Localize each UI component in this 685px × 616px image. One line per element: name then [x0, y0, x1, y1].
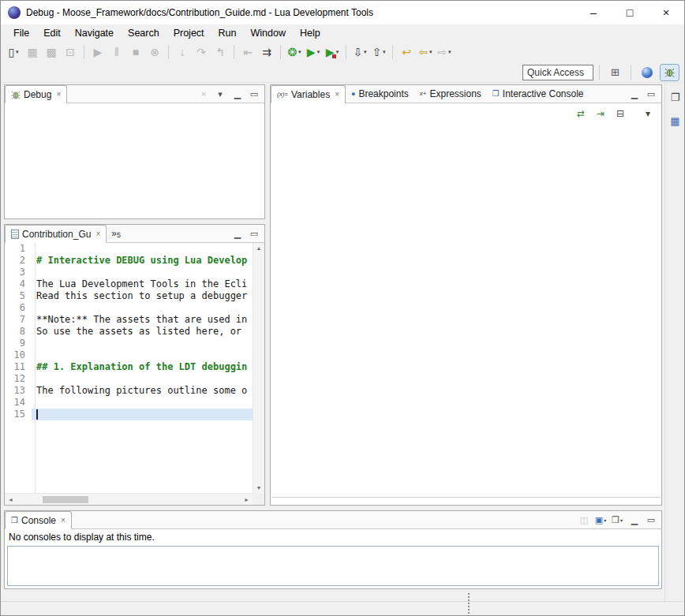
menu-item[interactable]: Navigate [68, 25, 121, 41]
tab-debug[interactable]: Debug × [5, 85, 67, 103]
restore-minimized-view-button-1[interactable]: ❐ [668, 89, 683, 105]
quick-access-input[interactable] [522, 65, 593, 80]
window-maximize-button[interactable]: □ [612, 1, 648, 24]
maximize-view-button[interactable]: ▭ [247, 87, 261, 101]
editor-line[interactable]: 8 So use the assets as listed here, or [5, 326, 253, 338]
tab-interactive-console[interactable]: ❒ Interactive Console [487, 85, 590, 103]
editor-line[interactable]: 14 [5, 397, 253, 409]
disconnect-button[interactable]: ⊗ ▾ [146, 43, 163, 61]
close-tab-icon[interactable]: × [95, 230, 100, 238]
close-tab-icon[interactable]: × [61, 516, 66, 525]
open-console-button[interactable]: ❒ ▾ [610, 513, 624, 527]
next-annotation-button[interactable]: ⇩ ▾ [351, 43, 369, 61]
scroll-down-icon[interactable]: ▼ [256, 485, 262, 491]
save-button[interactable]: ▦ ▾ [24, 43, 41, 61]
remove-all-terminated-button[interactable]: × ▾ [197, 87, 211, 101]
scroll-up-icon[interactable]: ▲ [256, 245, 262, 251]
editor-line[interactable]: 15 [5, 409, 253, 420]
editor-line[interactable]: 5 Read this section to setup a debugger [5, 290, 253, 302]
dropdown-arrow-icon[interactable]: ▾ [336, 49, 339, 55]
editor-line[interactable]: 10 [5, 349, 253, 361]
collapse-all-button[interactable]: ⊟ [613, 106, 627, 121]
dropdown-arrow-icon[interactable]: ▾ [604, 517, 606, 523]
console-view-content[interactable]: No consoles to display at this time. [5, 529, 661, 588]
menu-item[interactable]: Help [293, 25, 328, 41]
line-number[interactable]: 3 [5, 267, 32, 278]
dropdown-arrow-icon[interactable]: ▾ [317, 49, 320, 55]
menu-item[interactable]: Search [121, 25, 167, 41]
maximize-view-button[interactable]: ▭ [644, 513, 658, 527]
dropdown-arrow-icon[interactable]: ▾ [364, 49, 367, 55]
line-number[interactable]: 7 [5, 314, 32, 326]
line-number[interactable]: 1 [5, 243, 32, 255]
save-all-button[interactable]: ▩ ▾ [43, 43, 60, 61]
dropdown-arrow-icon[interactable]: ▾ [429, 49, 432, 55]
editor-vertical-scrollbar[interactable]: ▲ ▼ [253, 243, 264, 493]
show-logical-structures-button[interactable]: ⇄ [574, 106, 588, 121]
line-number[interactable]: 2 [5, 255, 32, 267]
previous-annotation-button[interactable]: ⇧ ▾ [370, 43, 387, 61]
view-menu-button[interactable]: ▾ [641, 106, 655, 121]
menu-item[interactable]: File [6, 25, 36, 41]
editor-line[interactable]: 13 The following pictures outline some o [5, 385, 253, 397]
debug-perspective-button[interactable] [660, 64, 679, 81]
debug-button[interactable]: ❂ ▾ [286, 43, 303, 61]
step-into-button[interactable]: ↓ ▾ [174, 43, 191, 61]
window-minimize-button[interactable]: – [575, 1, 612, 24]
minimize-view-button[interactable]: ▁ [230, 226, 245, 241]
tab-breakpoints[interactable]: ● Breakpoints [346, 85, 414, 103]
scroll-right-icon[interactable]: ► [244, 497, 249, 502]
line-number[interactable]: 5 [5, 290, 32, 302]
editor-line[interactable]: 2 # Interactive DEBUG using Lua Develop [5, 255, 253, 267]
view-menu-button[interactable]: ▾ ▾ [213, 87, 227, 101]
minimize-view-button[interactable]: ▁ [627, 513, 642, 527]
step-return-button[interactable]: ↰ ▾ [211, 43, 229, 61]
terminate-button[interactable]: ■ ▾ [127, 43, 144, 61]
editor-line[interactable]: 3 [5, 267, 253, 278]
dropdown-arrow-icon[interactable]: ▾ [383, 49, 386, 55]
forward-button[interactable]: ⇨ ▾ [436, 43, 453, 61]
window-close-button[interactable]: × [648, 1, 684, 24]
menu-item[interactable]: Window [244, 25, 293, 41]
editor-line[interactable]: 12 [5, 373, 253, 385]
bottom-trim-drag-handle[interactable] [468, 593, 470, 614]
lua-perspective-button[interactable] [637, 64, 657, 81]
run-button[interactable]: ▶ ▾ [305, 43, 322, 61]
last-edit-location-button[interactable]: ↩ ▾ [398, 43, 415, 61]
editor-line[interactable]: 4 The Lua Development Tools in the Ecli [5, 278, 253, 290]
line-number[interactable]: 9 [5, 338, 32, 349]
line-number[interactable]: 14 [5, 397, 32, 409]
editor-horizontal-scrollbar[interactable]: ◄ ► [5, 493, 253, 505]
external-tools-button[interactable]: ▶ ▾ [324, 43, 341, 61]
tab-expressions[interactable]: x+ Expressions [414, 85, 487, 103]
maximize-view-button[interactable]: ▭ [644, 87, 658, 101]
show-type-names-button[interactable]: ⇥ [593, 106, 608, 121]
tab-overflow-indicator[interactable]: » 5 [107, 225, 125, 242]
editor-line[interactable]: 11 ## 1. Explanation of the LDT debuggin [5, 361, 253, 373]
dropdown-arrow-icon[interactable]: ▾ [448, 49, 451, 55]
editor-line[interactable]: 7 **Note:** The assets that are used in [5, 314, 253, 326]
back-button[interactable]: ⇦ ▾ [417, 43, 434, 61]
print-button[interactable]: ⊡ ▾ [62, 43, 79, 61]
new-button[interactable]: ▯ ▾ [5, 43, 22, 61]
dropdown-arrow-icon[interactable]: ▾ [298, 49, 301, 55]
line-number[interactable]: 10 [5, 349, 32, 361]
editor-text-area[interactable]: 1 2 # Interactive DEBUG using Lua Develo… [5, 243, 253, 493]
tab-console[interactable]: ❒ Console × [5, 511, 72, 528]
editor-line[interactable]: 6 [5, 302, 253, 314]
minimize-view-button[interactable]: ▁ [230, 87, 245, 101]
scrollbar-thumb[interactable] [43, 496, 88, 503]
editor-line[interactable]: 9 [5, 338, 253, 349]
menu-item[interactable]: Edit [36, 25, 68, 41]
open-perspective-button[interactable]: ⊞ [605, 64, 625, 81]
line-number[interactable]: 8 [5, 326, 32, 338]
tab-contribution-guide[interactable]: Contribution_Gu × [5, 225, 107, 242]
maximize-view-button[interactable]: ▭ [247, 226, 261, 241]
restore-minimized-view-button-2[interactable]: ▦ [668, 113, 683, 129]
minimize-view-button[interactable]: ▁ [627, 87, 642, 101]
line-number[interactable]: 15 [5, 409, 32, 420]
editor-line[interactable]: 1 [5, 243, 253, 255]
display-selected-console-button[interactable]: ▣ ▾ [593, 513, 608, 527]
menu-item[interactable]: Project [167, 25, 211, 41]
line-number[interactable]: 4 [5, 278, 32, 290]
